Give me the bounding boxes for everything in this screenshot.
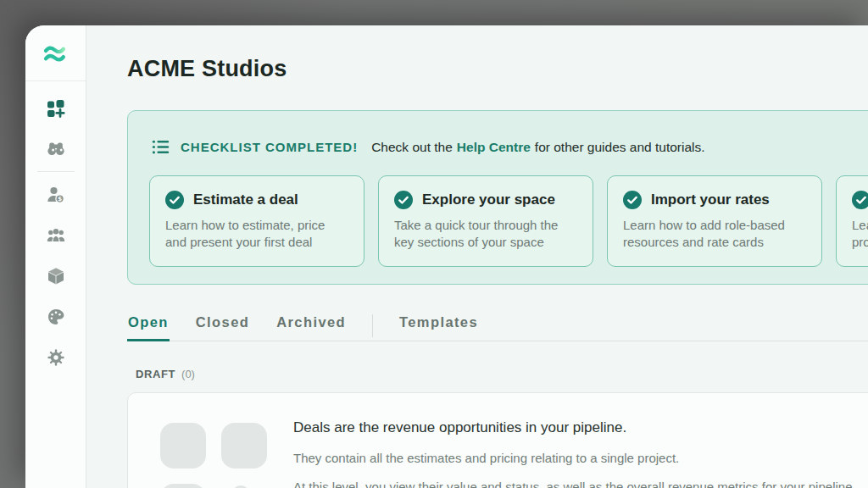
card-description: Take a quick tour through thekey section… bbox=[394, 217, 577, 251]
svg-text:$: $ bbox=[58, 196, 62, 202]
help-centre-link[interactable]: Help Centre bbox=[457, 140, 531, 154]
binoculars-icon bbox=[46, 138, 66, 158]
checklist-banner-header: CHECKLIST COMPLETED! Check out theHelp C… bbox=[152, 138, 868, 156]
person-dollar-icon: $ bbox=[46, 185, 66, 205]
card-description: Learn how to estimate, priceand present … bbox=[165, 217, 348, 251]
card-title: Estimate a deal bbox=[193, 191, 298, 208]
tab-templates[interactable]: Templates bbox=[398, 312, 479, 341]
empty-state-line: At this level, you view their value and … bbox=[293, 480, 853, 488]
checklist-cards: Estimate a deal Learn how to estimate, p… bbox=[149, 175, 868, 267]
placeholder-square bbox=[221, 423, 267, 469]
checklist-message: Check out theHelp Centrefor other guides… bbox=[371, 140, 704, 155]
checklist-card-partial[interactable]: Leapro bbox=[836, 175, 868, 267]
card-title: Import your rates bbox=[651, 191, 770, 208]
empty-state-line: They contain all the estimates and prici… bbox=[293, 451, 853, 465]
tab-open[interactable]: Open bbox=[127, 312, 170, 341]
check-circle-icon bbox=[623, 191, 642, 209]
card-description: Leapro bbox=[852, 217, 868, 251]
checklist-card-explore-your-space[interactable]: Explore your space Take a quick tour thr… bbox=[378, 175, 593, 267]
sidebar-item-settings[interactable] bbox=[25, 337, 86, 378]
app-logo[interactable] bbox=[25, 25, 86, 81]
placeholder-square bbox=[160, 484, 206, 488]
checklist-card-import-your-rates[interactable]: Import your rates Learn how to add role-… bbox=[607, 175, 822, 267]
checklist-message-prefix: Check out the bbox=[371, 140, 453, 154]
draft-group-count: (0) bbox=[181, 368, 195, 380]
check-circle-icon bbox=[852, 191, 868, 209]
page-title: ACME Studios bbox=[127, 56, 287, 82]
sidebar: $ bbox=[25, 25, 86, 488]
main-content: ACME Studios CHECKLIST COMPLETED! Check … bbox=[86, 25, 868, 488]
sidebar-nav: $ bbox=[25, 81, 86, 378]
sidebar-item-team[interactable] bbox=[25, 215, 86, 256]
draft-group-header: DRAFT (0) bbox=[136, 368, 195, 380]
palette-icon bbox=[46, 307, 66, 327]
empty-state-text: Deals are the revenue opportunities in y… bbox=[293, 419, 853, 488]
checklist-card-estimate-a-deal[interactable]: Estimate a deal Learn how to estimate, p… bbox=[149, 175, 364, 267]
sidebar-item-appearance[interactable] bbox=[25, 297, 86, 337]
sidebar-item-deals[interactable] bbox=[25, 87, 86, 128]
tab-closed[interactable]: Closed bbox=[195, 312, 250, 341]
check-circle-icon bbox=[394, 191, 413, 209]
sidebar-item-resources[interactable] bbox=[25, 256, 86, 297]
card-title: Explore your space bbox=[422, 191, 555, 208]
sidebar-divider bbox=[37, 171, 75, 172]
tab-archived[interactable]: Archived bbox=[275, 312, 347, 341]
list-icon bbox=[152, 138, 170, 156]
placeholder-square bbox=[160, 423, 206, 469]
draft-group-label: DRAFT bbox=[136, 368, 175, 380]
people-icon bbox=[46, 225, 66, 246]
check-circle-icon bbox=[165, 191, 184, 209]
checklist-title: CHECKLIST COMPLETED! bbox=[181, 140, 358, 154]
cube-icon bbox=[46, 266, 66, 286]
checklist-banner: CHECKLIST COMPLETED! Check out theHelp C… bbox=[127, 110, 868, 285]
sidebar-item-find[interactable] bbox=[25, 128, 86, 169]
sidebar-item-clients[interactable]: $ bbox=[25, 175, 86, 215]
placeholder-thumbnails bbox=[160, 423, 267, 488]
checklist-message-suffix: for other guides and tutorials. bbox=[535, 140, 705, 154]
card-description: Learn how to add role-basedresources and… bbox=[623, 217, 806, 251]
app-window: $ bbox=[25, 25, 868, 488]
grid-plus-icon bbox=[45, 97, 66, 119]
deals-empty-state-panel: Deals are the revenue opportunities in y… bbox=[127, 392, 868, 488]
waves-logo-icon bbox=[42, 42, 70, 64]
deals-tabbar: Open Closed Archived Templates bbox=[127, 312, 868, 341]
tab-divider bbox=[372, 314, 373, 337]
empty-state-title: Deals are the revenue opportunities in y… bbox=[293, 419, 853, 436]
gear-icon bbox=[46, 347, 66, 368]
